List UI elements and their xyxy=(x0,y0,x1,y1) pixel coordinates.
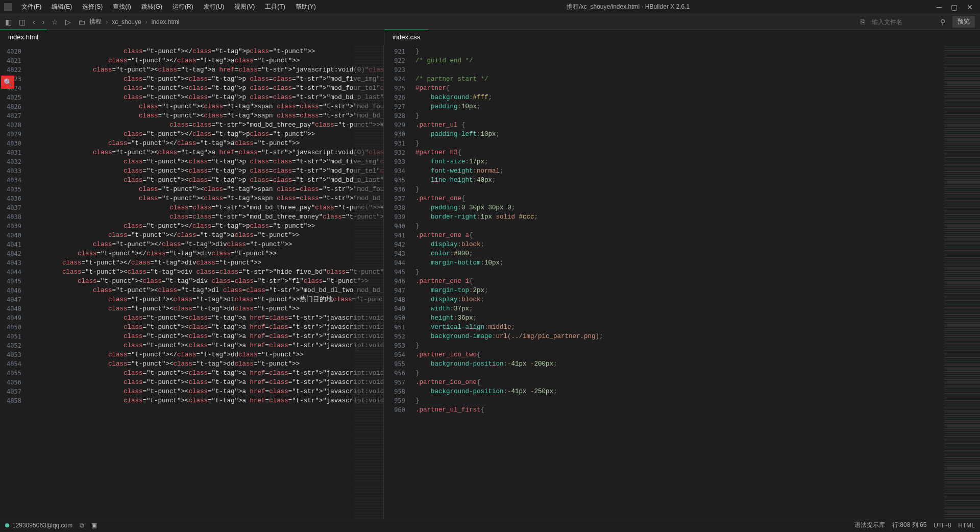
statusbar: 1293095063@qq.com ⧉ ▣ 语法提示库 行:808 列:65 U… xyxy=(0,519,980,531)
breadcrumb-seg[interactable]: xc_shouye xyxy=(112,18,141,26)
minimap-left[interactable] xyxy=(353,45,383,519)
sidebar-toggle-icon[interactable]: ◧ xyxy=(5,18,12,26)
app-logo xyxy=(4,3,12,11)
run-icon[interactable]: ▷ xyxy=(65,18,71,26)
breadcrumb-seg[interactable]: 携程 xyxy=(89,17,102,26)
titlebar: 文件(F) 编辑(E) 选择(S) 查找(I) 跳转(G) 运行(R) 发行(U… xyxy=(0,0,980,14)
line-gutter-right: 921 922 923 924 925 926 927 928 929 930 … xyxy=(384,45,409,519)
tab-index-css[interactable]: index.css xyxy=(384,30,429,45)
chevron-right-icon: › xyxy=(106,18,108,26)
editor-area: 🔍 4020 4021 4022 4023 4024 4025 4026 402… xyxy=(0,45,980,519)
file-search-input[interactable] xyxy=(872,18,933,26)
editor-pane-left[interactable]: 🔍 4020 4021 4022 4023 4024 4025 4026 402… xyxy=(0,45,384,519)
new-file-icon[interactable]: ◫ xyxy=(19,18,26,26)
menu-help[interactable]: 帮助(Y) xyxy=(291,2,320,12)
account-status[interactable]: 1293095063@qq.com xyxy=(5,522,72,529)
code-area-right[interactable]: } /* guild end */ /* partner start */ #p… xyxy=(415,45,949,519)
console-icon[interactable]: ▣ xyxy=(91,522,97,529)
nav-forward-icon[interactable]: › xyxy=(42,18,45,26)
window-title: 携程/xc_shouye/index.html - HBuilder X 2.6… xyxy=(320,3,937,11)
menu-file[interactable]: 文件(F) xyxy=(17,2,45,12)
minimize-icon[interactable]: ─ xyxy=(937,3,942,11)
menu-select[interactable]: 选择(S) xyxy=(78,2,107,12)
nav-back-icon[interactable]: ‹ xyxy=(33,18,35,26)
menu-view[interactable]: 视图(V) xyxy=(230,2,259,12)
maximize-icon[interactable]: ▢ xyxy=(951,3,958,11)
cursor-pos-status[interactable]: 行:808 列:65 xyxy=(892,521,926,529)
menu-goto[interactable]: 跳转(G) xyxy=(137,2,166,12)
folder-icon[interactable]: 🗀 xyxy=(78,18,85,26)
syntax-lib-status[interactable]: 语法提示库 xyxy=(854,521,885,529)
window-controls: ─ ▢ ✕ xyxy=(937,3,973,11)
tabs-row: index.html index.css xyxy=(0,30,980,45)
filter-icon[interactable]: ⚲ xyxy=(940,18,945,26)
search-icon[interactable]: 🔍 xyxy=(1,76,14,89)
minimap-right[interactable] xyxy=(944,45,980,519)
star-icon[interactable]: ☆ xyxy=(52,18,58,26)
breadcrumb-seg[interactable]: index.html xyxy=(152,18,180,26)
menu-publish[interactable]: 发行(U) xyxy=(200,2,229,12)
breadcrumb: 🗀 携程 › xc_shouye › index.html xyxy=(78,17,179,26)
menu-edit[interactable]: 编辑(E) xyxy=(47,2,76,12)
toolbar: ◧ ◫ ‹ › ☆ ▷ 🗀 携程 › xc_shouye › index.htm… xyxy=(0,14,980,30)
menu-tools[interactable]: 工具(T) xyxy=(261,2,289,12)
menu-find[interactable]: 查找(I) xyxy=(109,2,135,12)
chevron-right-icon: › xyxy=(145,18,148,26)
close-icon[interactable]: ✕ xyxy=(967,3,973,11)
language-status[interactable]: HTML xyxy=(958,522,975,529)
terminal-icon[interactable]: ⧉ xyxy=(80,522,84,529)
menubar: 文件(F) 编辑(E) 选择(S) 查找(I) 跳转(G) 运行(R) 发行(U… xyxy=(17,2,320,12)
menu-run[interactable]: 运行(R) xyxy=(168,2,198,12)
goto-file-icon[interactable]: ⎘ xyxy=(861,18,865,26)
editor-pane-right[interactable]: 921 922 923 924 925 926 927 928 929 930 … xyxy=(384,45,980,519)
tab-index-html[interactable]: index.html xyxy=(0,30,47,45)
preview-button[interactable]: 预览 xyxy=(952,16,975,28)
line-gutter-left: 4020 4021 4022 4023 4024 4025 4026 4027 … xyxy=(0,45,26,519)
code-area-left[interactable]: class="t-punct"></class="t-tag">pclass="… xyxy=(32,45,353,519)
encoding-status[interactable]: UTF-8 xyxy=(934,522,951,529)
